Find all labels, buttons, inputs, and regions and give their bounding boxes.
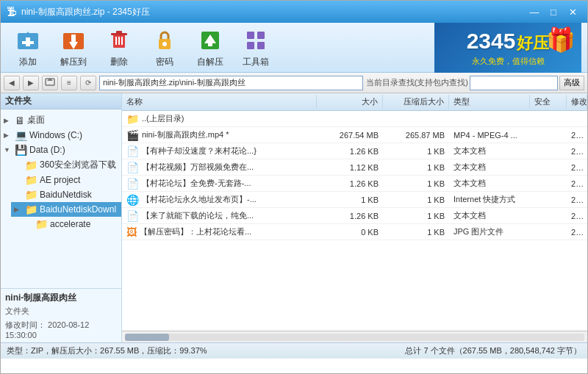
file-icon-1: 🎬 xyxy=(126,129,139,141)
desktop-icon: 🖥 xyxy=(15,115,25,126)
svg-rect-19 xyxy=(257,32,265,39)
file-name-6: 📄 【来了就能下载的论坛，纯免... xyxy=(122,209,317,223)
extract-icon xyxy=(60,27,87,54)
delete-button[interactable]: 删除 xyxy=(98,26,140,69)
baidudown-icon: 📁 xyxy=(25,204,37,215)
file-sec-7 xyxy=(530,231,567,233)
search-input[interactable] xyxy=(470,76,558,90)
col-header-sec[interactable]: 安全 xyxy=(530,95,567,109)
brand-tagline: 永久免费，值得信赖 xyxy=(472,56,545,67)
tree-item-accel[interactable]: ▶ 📁 accelerate xyxy=(21,217,121,231)
ae-label: AE project xyxy=(40,175,80,185)
right-panel: 名称 大小 压缩后大小 类型 安全 修改时间 📁 ..(上层目录) xyxy=(122,93,587,342)
search-label: 当前目录查找(支持包内查找) xyxy=(366,77,468,88)
maximize-button[interactable]: □ xyxy=(545,4,562,19)
address-bar: ◀ ▶ ≡ ⟳ 当前目录查找(支持包内查找) 高级 xyxy=(1,73,587,93)
file-name-4: 📄 【村花论坛】全免费-无套路-... xyxy=(122,177,317,190)
file-size-3: 1.12 KB xyxy=(317,162,383,173)
brand: 2345 好压 永久免费，值得信赖 🎁 xyxy=(434,23,581,73)
file-row-5[interactable]: 🌐 【村花论坛永久地址发布页】-... 1 KB 1 KB Internet 快… xyxy=(122,192,587,208)
tree-item-win-c[interactable]: ▶ 💻 Windows (C:) xyxy=(1,128,121,143)
extract-button[interactable]: 解压到 xyxy=(52,26,95,69)
col-header-type[interactable]: 类型 xyxy=(449,95,530,109)
file-type-0 xyxy=(449,118,530,120)
file-name-2: 📄 【有种子却没速度？来村花论...} xyxy=(122,145,317,158)
col-header-name[interactable]: 名称 xyxy=(122,95,317,109)
file-modified-5: 2020- xyxy=(567,195,587,205)
tree-item-360[interactable]: ▶ 📁 360安全浏览器下载 xyxy=(11,157,121,173)
file-modified-4: 2020- xyxy=(567,179,587,189)
file-type-3: 文本文档 xyxy=(449,161,530,173)
baidu-icon: 📁 xyxy=(25,189,37,201)
tree-item-baidudown[interactable]: ▶ 📁 BaiduNetdiskDownl xyxy=(11,202,121,217)
file-row-6[interactable]: 📄 【来了就能下载的论坛，纯免... 1.26 KB 1 KB 文本文档 202… xyxy=(122,208,587,224)
file-icon-4: 📄 xyxy=(126,178,139,190)
title-left: 🗜 nini-制服高跟肉丝.zip - 2345好压 xyxy=(7,6,150,18)
svg-rect-17 xyxy=(208,43,212,46)
tree-item-data-d[interactable]: ▼ 💾 Data (D:) xyxy=(1,143,121,157)
pwd-label: 密码 xyxy=(156,56,173,68)
pwd-button[interactable]: 密码 xyxy=(143,26,186,69)
file-row-7[interactable]: 🖼 【解压密码】：上村花论坛看... 0 KB 1 KB JPG 图片文件 20… xyxy=(122,224,587,240)
expand-baidudown[interactable]: ▶ xyxy=(14,206,23,213)
pwd-icon xyxy=(151,27,178,54)
file-type-1: MP4 - MPEG-4 ... xyxy=(449,130,530,140)
back-button[interactable]: ◀ xyxy=(4,76,20,90)
tools-label: 工具箱 xyxy=(243,56,269,68)
file-csize-1: 265.87 MB xyxy=(383,130,449,140)
tree-item-ae[interactable]: ▶ 📁 AE project xyxy=(11,173,121,187)
expand-win-c[interactable]: ▶ xyxy=(4,132,12,139)
view-toggle-button[interactable]: ≡ xyxy=(61,76,77,90)
col-header-csize[interactable]: 压缩后大小 xyxy=(383,95,449,109)
file-row-3[interactable]: 📄 【村花视频】万部视频免费在... 1.12 KB 1 KB 文本文档 202… xyxy=(122,159,587,176)
left-panel: 文件夹 ▶ 🖥 桌面 ▶ 💻 Windows (C:) ▼ 💾 Data (D:… xyxy=(1,93,122,342)
file-csize-2: 1 KB xyxy=(383,146,449,157)
file-type-7: JPG 图片文件 xyxy=(449,226,530,238)
file-row-1[interactable]: 🎬 nini-制服高跟肉丝.mp4 * 267.54 MB 265.87 MB … xyxy=(122,127,587,143)
desktop-label: 桌面 xyxy=(27,114,45,126)
file-sec-5 xyxy=(530,199,567,201)
col-header-size[interactable]: 大小 xyxy=(317,95,383,109)
add-button[interactable]: 添加 xyxy=(7,26,49,69)
toolbar-left: 添加 解压到 删除 密码 自解压 xyxy=(7,26,277,69)
up-button[interactable] xyxy=(42,76,58,90)
selfext-button[interactable]: 自解压 xyxy=(189,26,232,69)
file-type-4: 文本文档 xyxy=(449,177,530,190)
tree-item-desktop[interactable]: ▶ 🖥 桌面 xyxy=(1,112,121,128)
file-list: 📁 ..(上层目录) 🎬 nini-制服高跟肉丝.mp4 * 267.54 MB… xyxy=(122,111,587,331)
file-csize-6: 1 KB xyxy=(383,211,449,221)
minimize-button[interactable]: — xyxy=(526,4,543,19)
expand-desktop[interactable]: ▶ xyxy=(4,117,12,124)
svg-rect-20 xyxy=(247,42,254,49)
advanced-button[interactable]: 高级 xyxy=(559,76,584,90)
file-row-2[interactable]: 📄 【有种子却没速度？来村花论...} 1.26 KB 1 KB 文本文档 20… xyxy=(122,143,587,159)
refresh-button[interactable]: ⟳ xyxy=(80,76,96,90)
col-header-modified[interactable]: 修改时间 xyxy=(567,95,587,109)
file-modified-2: 2020- xyxy=(567,146,587,157)
close-button[interactable]: ✕ xyxy=(564,4,581,19)
file-modified-3: 2020- xyxy=(567,162,587,173)
brand-number: 2345 xyxy=(467,29,516,54)
file-row-0[interactable]: 📁 ..(上层目录) xyxy=(122,111,587,127)
delete-icon xyxy=(106,27,132,54)
add-label: 添加 xyxy=(19,56,37,68)
svg-rect-3 xyxy=(22,41,34,44)
svg-rect-21 xyxy=(257,42,265,49)
file-modified-1: 2020- xyxy=(567,130,587,140)
hscroll-area[interactable] xyxy=(122,331,587,342)
file-name-7: 🖼 【解压密码】：上村花论坛看... xyxy=(122,226,317,239)
brand-mascot: 🎁 xyxy=(546,26,576,54)
path-input[interactable] xyxy=(99,76,363,90)
tree-item-baidu[interactable]: ▶ 📁 BaiduNetdisk xyxy=(11,187,121,202)
expand-data-d[interactable]: ▼ xyxy=(4,146,12,154)
file-icon-0: 📁 xyxy=(126,113,139,125)
title-bar: 🗜 nini-制服高跟肉丝.zip - 2345好压 — □ ✕ xyxy=(1,1,587,23)
forward-button[interactable]: ▶ xyxy=(23,76,39,90)
file-sec-2 xyxy=(530,151,567,152)
file-size-1: 267.54 MB xyxy=(317,130,383,140)
svg-rect-9 xyxy=(116,31,122,34)
brand-name: 好压 xyxy=(517,32,549,54)
tools-button[interactable]: 工具箱 xyxy=(234,26,277,69)
brand-inner: 2345 好压 永久免费，值得信赖 xyxy=(467,29,550,67)
file-row-4[interactable]: 📄 【村花论坛】全免费-无套路-... 1.26 KB 1 KB 文本文档 20… xyxy=(122,176,587,192)
